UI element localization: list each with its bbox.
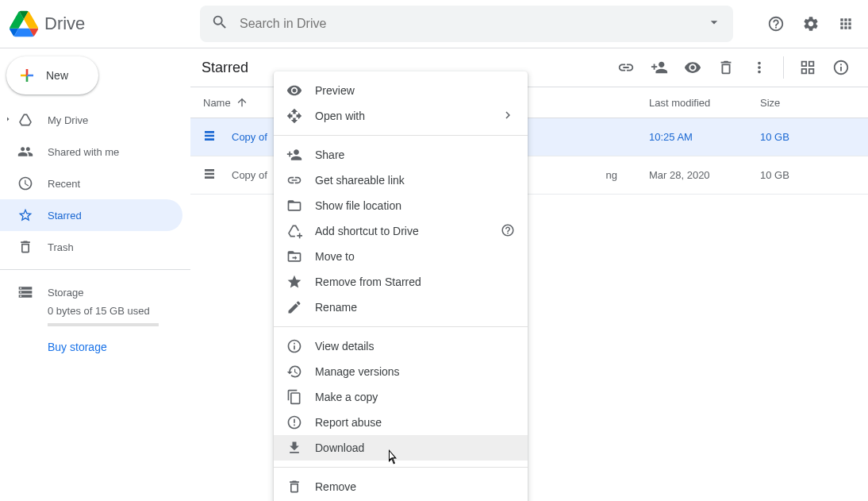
sidebar-item-trash[interactable]: Trash [0,231,182,263]
menu-remove[interactable]: Remove [274,474,528,499]
details-button[interactable] [825,52,857,83]
help-button[interactable] [760,8,792,40]
column-size[interactable]: Size [760,97,855,109]
alert-icon [286,414,302,430]
help-icon[interactable] [501,223,515,240]
toolbar-divider [783,56,784,79]
copy-icon [286,389,302,405]
menu-preview[interactable]: Preview [274,78,528,103]
sidebar-divider [0,269,190,270]
apps-button[interactable] [830,8,862,40]
remove-button[interactable] [710,52,742,83]
menu-move-to[interactable]: Move to [274,244,528,269]
menu-download[interactable]: Download [274,435,528,461]
settings-button[interactable] [795,8,827,40]
history-icon [286,364,302,380]
menu-remove-starred[interactable]: Remove from Starred [274,269,528,295]
sidebar-item-label: My Drive [48,114,88,126]
menu-divider [274,467,528,468]
link-icon [286,172,302,188]
plus-icon [17,66,36,85]
menu-view-details[interactable]: View details [274,333,528,359]
logo-section[interactable]: Drive [10,10,200,38]
trash-icon [286,479,302,495]
search-bar[interactable] [200,6,733,42]
move-icon [286,249,302,264]
sidebar-item-label: Trash [48,241,74,253]
people-icon [17,144,33,160]
more-actions-button[interactable] [743,52,775,83]
sort-arrow-up-icon [236,96,248,109]
file-size: 10 GB [760,169,855,181]
product-name: Drive [44,13,85,34]
owner-fragment: ng [593,169,649,181]
toolbar-actions [610,52,857,83]
menu-divider [274,326,528,327]
menu-open-with[interactable]: Open with [274,103,528,129]
sidebar-item-label: Recent [48,178,80,190]
menu-manage-versions[interactable]: Manage versions [274,359,528,384]
sidebar: New My Drive Shared with me Recent Starr… [0,48,190,501]
menu-report-abuse[interactable]: Report abuse [274,410,528,435]
person-add-icon [286,147,302,163]
header-actions [760,8,862,40]
sidebar-item-my-drive[interactable]: My Drive [0,104,182,136]
buy-storage-link[interactable]: Buy storage [0,341,190,353]
eye-icon [286,83,302,98]
menu-share[interactable]: Share [274,142,528,168]
column-modified[interactable]: Last modified [649,97,760,109]
folder-icon [286,198,302,214]
storage-icon [17,284,33,300]
search-options-dropdown-icon[interactable] [701,10,727,38]
get-link-button[interactable] [610,52,642,83]
search-icon [206,9,233,39]
storage-bar [48,323,159,326]
sidebar-storage[interactable]: Storage [0,276,190,308]
menu-divider [274,135,528,136]
drive-add-icon [286,223,302,239]
new-button-label: New [46,69,68,82]
menu-rename[interactable]: Rename [274,295,528,320]
trash-icon [17,239,33,255]
menu-show-location[interactable]: Show file location [274,193,528,218]
clock-icon [17,175,33,191]
sidebar-item-starred[interactable]: Starred [0,199,182,231]
file-modified: 10:25 AM [649,131,760,143]
menu-add-shortcut[interactable]: Add shortcut to Drive [274,218,528,244]
header: Drive [0,0,868,48]
file-type-icon [203,129,219,145]
view-toggle-button[interactable] [792,52,824,83]
context-menu: Preview Open with Share Get shareable li… [274,71,528,501]
chevron-right-icon [501,108,515,125]
sidebar-item-shared[interactable]: Shared with me [0,136,182,168]
sidebar-item-label: Starred [48,210,82,222]
sidebar-item-label: Shared with me [48,146,119,158]
drive-icon [17,112,33,128]
file-modified: Mar 28, 2020 [649,169,760,181]
file-size: 10 GB [760,131,855,143]
new-button[interactable]: New [6,56,98,94]
drive-logo-icon [10,10,38,38]
star-icon [17,207,33,223]
open-with-icon [286,108,302,124]
pencil-icon [286,299,302,315]
info-icon [286,338,302,354]
star-filled-icon [286,274,302,290]
search-input[interactable] [233,17,701,31]
menu-get-link[interactable]: Get shareable link [274,168,528,193]
menu-make-copy[interactable]: Make a copy [274,384,528,410]
storage-label: Storage [48,287,84,299]
expand-icon[interactable] [3,114,13,126]
download-icon [286,440,302,456]
share-button[interactable] [643,52,675,83]
storage-usage-text: 0 bytes of 15 GB used [0,305,190,317]
file-type-icon [203,168,219,183]
sidebar-item-recent[interactable]: Recent [0,168,182,199]
preview-button[interactable] [677,52,709,83]
